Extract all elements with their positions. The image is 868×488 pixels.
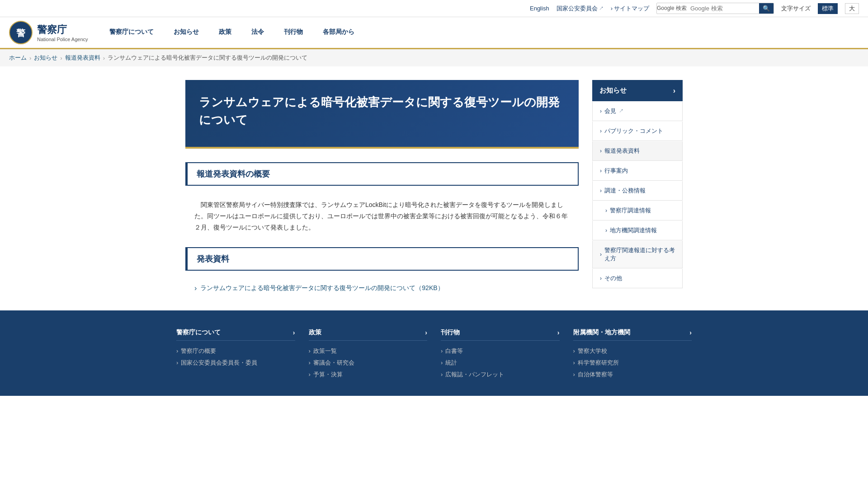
site-footer: 警察庁について › 警察庁の概要 国家公安委員会委員長・委員 政策 › 政策一覧… [0, 310, 868, 396]
footer-link-agency-2[interactable]: 自治体警察等 [573, 371, 692, 379]
sidebar-label-4: 調達・公務情報 [604, 187, 646, 195]
breadcrumb-news[interactable]: お知らせ [34, 54, 57, 62]
nav-publications[interactable]: 刊行物 [274, 17, 313, 48]
footer-grid: 警察庁について › 警察庁の概要 国家公安委員会委員長・委員 政策 › 政策一覧… [176, 328, 692, 383]
nav-bureaus[interactable]: 各部局から [313, 17, 364, 48]
nav-news[interactable]: お知らせ [164, 17, 209, 48]
nav-policy[interactable]: 政策 [209, 17, 241, 48]
sidebar-label-0: 会見 [604, 107, 616, 115]
breadcrumb-sep-2: › [60, 55, 62, 61]
main-content: ランサムウェアによる暗号化被害データに関する復号ツールの開発について 報道発表資… [185, 80, 579, 297]
sidebar: お知らせ › › 会見 ↗ › パブリック・コメント › 報道発表資料 › 行事… [592, 80, 683, 297]
sidebar-label-5: 警察庁調達情報 [610, 206, 651, 215]
footer-col-arrow-policy: › [425, 329, 427, 336]
footer-link-pub-0[interactable]: 白書等 [441, 347, 560, 355]
footer-col-agencies: 附属機関・地方機関 › 警察大学校 科学警察研究所 自治体警察等 [573, 328, 692, 383]
english-link[interactable]: English [530, 5, 549, 12]
sidebar-item-press-conference[interactable]: › 会見 ↗ [592, 102, 683, 121]
sidebar-item-press-release[interactable]: › 報道発表資料 [592, 141, 683, 161]
sidebar-item-npa-procurement[interactable]: › 警察庁調達情報 [592, 201, 683, 221]
logo-en: National Police Agency [37, 37, 88, 42]
nav-about[interactable]: 警察庁について [99, 17, 164, 48]
footer-link-pub-2[interactable]: 広報誌・パンフレット [441, 371, 560, 379]
footer-link-policy-2[interactable]: 予算・決算 [309, 371, 428, 379]
breadcrumb-sep-3: › [103, 55, 105, 61]
sidebar-label-8: その他 [604, 274, 622, 282]
sidebar-arrow-2: › [600, 148, 602, 154]
sidebar-item-other[interactable]: › その他 [592, 269, 683, 288]
svg-text:警: 警 [16, 28, 26, 38]
footer-link-agency-1[interactable]: 科学警察研究所 [573, 359, 692, 367]
search-form: Google 検索 🔍 [656, 3, 774, 14]
fontsize-normal-button[interactable]: 標準 [818, 3, 838, 14]
main-nav: 警察庁について お知らせ 政策 法令 刊行物 各部局から [99, 17, 868, 48]
fontsize-label: 文字サイズ [781, 5, 811, 13]
footer-col-arrow-about: › [293, 329, 295, 336]
sidebar-label-1: パブリック・コメント [604, 127, 663, 135]
footer-link-policy-1[interactable]: 審議会・研究会 [309, 359, 428, 367]
search-button[interactable]: 🔍 [759, 3, 774, 14]
logo-jp: 警察庁 [37, 23, 88, 37]
nav-law[interactable]: 法令 [241, 17, 274, 48]
sidebar-label-6: 地方機関調達情報 [610, 226, 657, 235]
breadcrumb-home[interactable]: ホーム [9, 54, 27, 62]
search-label: Google 検索 [657, 5, 687, 12]
footer-col-title-publications: 刊行物 › [441, 328, 560, 341]
page-title-box: ランサムウェアによる暗号化被害データに関する復号ツールの開発について [185, 80, 579, 149]
footer-link-pub-1[interactable]: 統計 [441, 359, 560, 367]
logo-text: 警察庁 National Police Agency [37, 23, 88, 42]
document-link[interactable]: ランサムウェアによる暗号化被害データに関する復号ツールの開発について（92KB） [185, 280, 579, 297]
sidebar-arrow-0: › [600, 108, 602, 114]
sitemap-link[interactable]: › サイトマップ [611, 5, 649, 13]
content-wrapper: ランサムウェアによる暗号化被害データに関する復号ツールの開発について 報道発表資… [176, 80, 692, 297]
sidebar-label-7: 警察庁関連報道に対する考え方 [604, 246, 675, 263]
section1-text: 関東管区警察局サイバー特別捜査隊では、ランサムウェアLockBitにより暗号化さ… [194, 199, 570, 234]
section1-header: 報道発表資料の概要 [185, 162, 579, 186]
fontsize-large-button[interactable]: 大 [845, 3, 859, 14]
section2-heading: 発表資料 [197, 253, 569, 264]
sidebar-label-3: 行事案内 [604, 167, 628, 175]
sidebar-main-item[interactable]: お知らせ › [592, 80, 683, 101]
footer-col-title-agencies: 附属機関・地方機関 › [573, 328, 692, 341]
npa-link[interactable]: 国家公安委員会 ↗ [557, 5, 604, 13]
sidebar-arrow-6: › [605, 227, 607, 234]
sidebar-item-events[interactable]: › 行事案内 [592, 161, 683, 181]
sidebar-external-0: ↗ [619, 108, 623, 114]
sidebar-main-label: お知らせ [599, 86, 627, 95]
sidebar-arrow-4: › [600, 188, 602, 194]
site-header: 警 警察庁 National Police Agency 警察庁について お知ら… [0, 17, 868, 49]
sitemap-chevron: › [611, 5, 613, 12]
breadcrumb-current: ランサムウェアによる暗号化被害データに関する復号ツールの開発について [108, 54, 307, 62]
footer-col-arrow-publications: › [557, 329, 560, 336]
footer-link-about-1[interactable]: 国家公安委員会委員長・委員 [176, 359, 295, 367]
section1-heading: 報道発表資料の概要 [197, 169, 569, 179]
sidebar-item-local-procurement[interactable]: › 地方機関調達情報 [592, 221, 683, 240]
top-bar: English 国家公安委員会 ↗ › サイトマップ Google 検索 🔍 文… [0, 0, 868, 17]
footer-col-title-about: 警察庁について › [176, 328, 295, 341]
section2-header: 発表資料 [185, 247, 579, 271]
logo-link[interactable]: 警 警察庁 National Police Agency [0, 17, 99, 48]
sidebar-arrow-5: › [605, 207, 607, 214]
footer-col-policy: 政策 › 政策一覧 審議会・研究会 予算・決算 [309, 328, 428, 383]
footer-col-about: 警察庁について › 警察庁の概要 国家公安委員会委員長・委員 [176, 328, 295, 383]
breadcrumb-press[interactable]: 報道発表資料 [65, 54, 100, 62]
sidebar-item-media-response[interactable]: › 警察庁関連報道に対する考え方 [592, 241, 683, 268]
breadcrumb-sep-1: › [29, 55, 31, 61]
sidebar-arrow-3: › [600, 168, 602, 174]
sidebar-arrow-1: › [600, 128, 602, 134]
sidebar-item-public-comment[interactable]: › パブリック・コメント [592, 122, 683, 141]
sidebar-main-arrow: › [673, 87, 675, 95]
sidebar-arrow-8: › [600, 275, 602, 282]
search-input[interactable] [687, 4, 759, 13]
section1-body: 関東管区警察局サイバー特別捜査隊では、ランサムウェアLockBitにより暗号化さ… [185, 195, 579, 247]
breadcrumb: ホーム › お知らせ › 報道発表資料 › ランサムウェアによる暗号化被害データ… [0, 49, 868, 66]
sidebar-item-procurement[interactable]: › 調達・公務情報 [592, 181, 683, 201]
footer-link-agency-0[interactable]: 警察大学校 [573, 347, 692, 355]
footer-link-about-0[interactable]: 警察庁の概要 [176, 347, 295, 355]
footer-col-title-policy: 政策 › [309, 328, 428, 341]
footer-link-policy-0[interactable]: 政策一覧 [309, 347, 428, 355]
page-title: ランサムウェアによる暗号化被害データに関する復号ツールの開発について [199, 94, 565, 129]
sidebar-arrow-7: › [600, 251, 602, 258]
logo-emblem: 警 [9, 21, 33, 44]
footer-col-publications: 刊行物 › 白書等 統計 広報誌・パンフレット [441, 328, 560, 383]
